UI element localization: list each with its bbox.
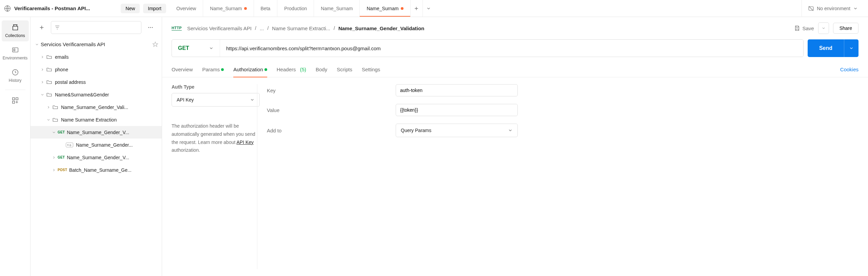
svg-rect-5 [12, 98, 14, 100]
chevron-right-icon[interactable] [50, 166, 58, 174]
tab-item[interactable]: Name_Surnam [314, 0, 359, 17]
star-icon[interactable] [152, 41, 158, 48]
auth-key-input[interactable] [396, 84, 518, 96]
chevron-right-icon[interactable] [50, 154, 58, 161]
subtab-body[interactable]: Body [316, 62, 327, 77]
tab-item[interactable]: Production [277, 0, 314, 17]
sidebar: Servicios Verificaremails API emails pho… [31, 17, 162, 276]
auth-key-label: Key [267, 88, 396, 93]
url-input[interactable] [220, 40, 803, 57]
sidebar-more-button[interactable] [144, 21, 157, 34]
save-dropdown[interactable] [818, 22, 829, 34]
subtab-headers[interactable]: Headers (5) [277, 62, 306, 77]
workspace-title[interactable]: Verificaremails - Postman API... [14, 5, 117, 11]
subtab-authorization[interactable]: Authorization [233, 62, 267, 77]
crumb[interactable]: ... [260, 25, 264, 31]
add-collection-button[interactable] [35, 21, 48, 34]
crumb-final: Name_Surname_Gender_Validation [338, 25, 424, 31]
tree-request[interactable]: POST Batch_Name_Surname_Ge... [31, 164, 162, 176]
chevron-down-icon[interactable] [33, 41, 41, 48]
subtab-settings[interactable]: Settings [362, 62, 380, 77]
svg-point-9 [150, 27, 151, 28]
folder-icon [52, 104, 58, 110]
example-icon: e.g. [66, 143, 73, 147]
environment-picker[interactable]: No environment [802, 0, 864, 17]
modified-dot-icon [401, 7, 403, 10]
folder-icon [46, 67, 52, 73]
left-rail: Collections Environments History [0, 17, 31, 276]
tree-request-selected[interactable]: GET Name_Surname_Gender_V... [31, 126, 162, 139]
tab-item[interactable]: Beta [254, 0, 277, 17]
rail-collections[interactable]: Collections [2, 20, 29, 41]
chevron-down-icon[interactable] [50, 129, 58, 136]
tree-request[interactable]: GET Name_Surname_Gender_V... [31, 151, 162, 164]
subtab-params[interactable]: Params [202, 62, 224, 77]
svg-rect-2 [12, 48, 18, 52]
filter-icon [55, 25, 60, 30]
no-environment-icon [808, 5, 814, 12]
subtab-scripts[interactable]: Scripts [337, 62, 352, 77]
auth-value-label: Value [267, 107, 396, 113]
rail-add-panel[interactable] [2, 93, 29, 108]
send-button[interactable]: Send [808, 39, 859, 57]
cookies-link[interactable]: Cookies [840, 67, 859, 72]
crumb[interactable]: Name Surname Extracti... [272, 25, 330, 31]
save-icon [794, 25, 800, 31]
method-select[interactable]: GET [172, 40, 220, 57]
chevron-down-icon [508, 128, 513, 133]
auth-addto-label: Add to [267, 128, 396, 133]
tab-item[interactable]: Name_Surnam [203, 0, 253, 17]
chevron-down-icon[interactable] [45, 116, 52, 124]
rail-history[interactable]: History [2, 65, 29, 86]
chevron-right-icon[interactable] [45, 104, 52, 111]
add-panel-icon [12, 97, 19, 104]
auth-value-input[interactable] [396, 104, 518, 116]
method-badge-post: POST [58, 168, 67, 172]
svg-point-10 [152, 27, 153, 28]
tab-item-active[interactable]: Name_Surnam [359, 0, 410, 17]
chevron-right-icon[interactable] [39, 53, 46, 61]
svg-rect-6 [16, 98, 18, 100]
auth-description: The authorization header will be automat… [172, 122, 257, 154]
save-button[interactable]: Save [794, 25, 814, 31]
tab-overview[interactable]: Overview [170, 0, 203, 17]
folder-icon [46, 79, 52, 85]
method-badge-get: GET [58, 130, 65, 134]
tree-folder[interactable]: Name&Surname&Gender [31, 88, 162, 101]
tree-example[interactable]: e.g. Name_Surname_Gender... [31, 139, 162, 151]
tabs-dropdown[interactable] [422, 0, 435, 17]
tree-collection-root[interactable]: Servicios Verificaremails API [31, 38, 162, 51]
auth-addto-select[interactable]: Query Params [396, 124, 518, 137]
chevron-down-icon [853, 6, 858, 11]
url-input-group: GET [172, 39, 804, 57]
tree-folder[interactable]: postal address [31, 76, 162, 88]
chevron-down-icon[interactable] [39, 91, 46, 98]
api-key-doc-link[interactable]: API Key [236, 140, 254, 145]
folder-icon [46, 92, 52, 98]
auth-type-select[interactable]: API Key [172, 93, 260, 107]
status-dot-icon [221, 68, 224, 71]
folder-icon [52, 117, 58, 123]
tree-folder[interactable]: Name_Surname_Gender_Vali... [31, 101, 162, 113]
folder-icon [46, 54, 52, 60]
send-dropdown[interactable] [844, 39, 859, 57]
subtab-overview[interactable]: Overview [172, 62, 193, 77]
tree-folder[interactable]: Name Surname Extraction [31, 113, 162, 126]
tree-folder[interactable]: phone [31, 63, 162, 76]
auth-type-label: Auth Type [172, 84, 257, 90]
chevron-right-icon[interactable] [39, 66, 46, 73]
method-badge-get: GET [58, 155, 65, 159]
new-button[interactable]: New [121, 4, 140, 13]
modified-dot-icon [244, 7, 247, 10]
crumb[interactable]: Servicios Verificaremails API [187, 25, 252, 31]
filter-input[interactable] [51, 21, 141, 34]
chevron-down-icon [250, 97, 255, 102]
share-button[interactable]: Share [833, 23, 859, 34]
collections-icon [12, 24, 19, 31]
chevron-right-icon[interactable] [39, 78, 46, 86]
import-button[interactable]: Import [143, 4, 166, 13]
rail-environments[interactable]: Environments [2, 43, 29, 64]
tree-folder[interactable]: emails [31, 51, 162, 63]
environments-icon [12, 46, 19, 54]
new-tab-button[interactable] [410, 0, 422, 17]
